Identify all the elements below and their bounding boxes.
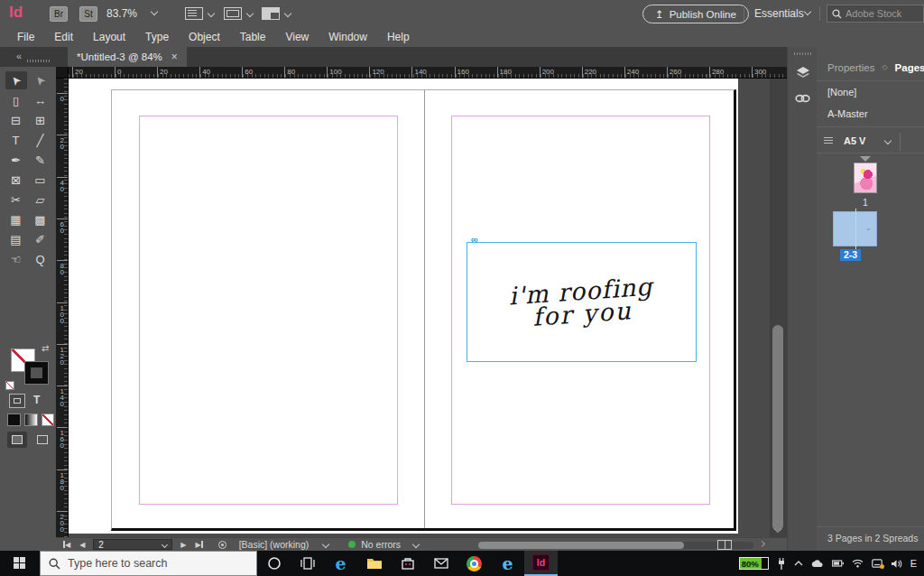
free-transform-tool[interactable]: ▱ <box>30 190 51 209</box>
menu-help[interactable]: Help <box>377 28 420 46</box>
mail-button[interactable] <box>424 551 457 576</box>
menu-type[interactable]: Type <box>135 28 179 46</box>
taskbar-search-box[interactable]: Type here to search <box>40 551 257 576</box>
preflight-profile-caret-icon[interactable] <box>322 541 329 548</box>
master-none-item[interactable]: [None] <box>827 87 856 98</box>
screen-mode-icon[interactable] <box>224 7 242 20</box>
stroke-swatch-black[interactable] <box>24 361 49 385</box>
stock-button[interactable]: St <box>79 6 97 22</box>
menu-edit[interactable]: Edit <box>44 28 83 46</box>
menu-view[interactable]: View <box>275 28 319 46</box>
content-placer-tool[interactable]: ⊞ <box>30 111 51 129</box>
menu-window[interactable]: Window <box>319 28 377 46</box>
gradient-feather-tool[interactable]: ▩ <box>30 210 51 228</box>
tray-expand-icon[interactable] <box>794 561 803 566</box>
tools-grip-handle[interactable] <box>27 60 51 62</box>
direct-selection-tool[interactable]: ➤ <box>30 71 51 89</box>
zoom-level-value[interactable]: 83.7% <box>106 7 137 20</box>
page-size-label[interactable]: A5 V <box>844 135 865 146</box>
arrange-documents-icon[interactable] <box>262 7 280 20</box>
size-row-grip-icon[interactable] <box>824 137 833 145</box>
workspace-switcher[interactable]: Essentials <box>754 7 804 20</box>
default-fill-stroke-icon[interactable] <box>5 381 14 390</box>
formatting-affects-text-button[interactable]: T <box>33 394 40 406</box>
page-tool[interactable]: ▯ <box>5 91 27 109</box>
close-tab-icon[interactable]: × <box>171 51 178 63</box>
previous-page-button[interactable]: ◀ <box>79 541 85 549</box>
usb-plug-icon[interactable] <box>777 558 786 570</box>
pen-tool[interactable]: ✒ <box>5 151 27 169</box>
last-page-button[interactable]: ▶ <box>195 541 202 549</box>
apply-gradient-button[interactable] <box>24 413 38 426</box>
menu-file[interactable]: File <box>7 28 44 46</box>
apply-color-button[interactable] <box>7 413 21 426</box>
internet-explorer-button[interactable]: e <box>491 551 524 576</box>
publish-online-button[interactable]: ↥ Publish Online <box>642 5 749 23</box>
view-options-caret-icon[interactable] <box>208 10 215 17</box>
chrome-button[interactable] <box>457 551 491 576</box>
vertical-scrollbar[interactable] <box>770 79 787 537</box>
document-tab[interactable]: *Untitled-3 @ 84% × <box>68 47 187 67</box>
battery-tray-icon[interactable] <box>832 560 844 567</box>
errors-label[interactable]: No errors <box>361 539 401 550</box>
note-tool[interactable]: ▤ <box>5 230 27 248</box>
language-indicator[interactable]: E <box>910 558 919 569</box>
page-size-caret-icon[interactable] <box>884 137 892 144</box>
screen-mode-caret-icon[interactable] <box>246 10 254 17</box>
rectangle-tool[interactable]: ▭ <box>30 171 51 189</box>
horizontal-scrollbar-thumb[interactable] <box>478 542 684 549</box>
scroll-right-icon[interactable] <box>759 541 765 547</box>
errors-caret-icon[interactable] <box>412 541 420 548</box>
task-view-button[interactable] <box>291 551 324 576</box>
page-number-caret-icon[interactable] <box>162 541 168 547</box>
selection-tool[interactable]: ➤ <box>5 71 27 89</box>
vertical-ruler[interactable]: 02 04 06 08 01 0 01 2 01 4 01 6 01 8 02 … <box>56 79 69 537</box>
menu-table[interactable]: Table <box>230 28 276 46</box>
line-tool[interactable]: ╱ <box>30 131 51 149</box>
page-number-field[interactable]: 2 <box>93 539 172 550</box>
cortana-button[interactable] <box>257 551 291 576</box>
page-spread[interactable]: ∞ i'm roofing for you <box>111 89 736 531</box>
tools-collapse-icon[interactable]: « <box>16 51 22 61</box>
preview-mode-button[interactable] <box>32 432 52 448</box>
selected-image-frame[interactable]: ∞ i'm roofing for you <box>467 242 697 362</box>
content-collector-tool[interactable]: ⊟ <box>5 111 27 129</box>
tab-properties[interactable]: Properties <box>827 62 874 73</box>
store-button[interactable] <box>391 551 424 576</box>
gradient-swatch-tool[interactable]: ▦ <box>5 210 27 228</box>
volume-icon[interactable] <box>891 559 902 569</box>
formatting-affects-container-button[interactable] <box>9 394 25 408</box>
next-page-button[interactable]: ▶ <box>180 541 186 549</box>
first-page-button[interactable]: ◀ <box>63 541 70 549</box>
wifi-icon[interactable] <box>852 559 864 568</box>
bridge-button[interactable]: Br <box>50 6 68 22</box>
edge-button[interactable]: e <box>324 551 357 576</box>
pencil-tool[interactable]: ✎ <box>30 151 51 169</box>
document-canvas[interactable]: ∞ i'm roofing for you <box>69 79 770 537</box>
spread-view-icon[interactable] <box>717 540 732 550</box>
notification-app-icon[interactable] <box>872 559 882 568</box>
horizontal-ruler[interactable]: 2002040608010012014016018020022024026028… <box>69 67 787 79</box>
vertical-scrollbar-thumb[interactable] <box>772 325 783 531</box>
zoom-level-caret-icon[interactable] <box>151 8 158 15</box>
preflight-menu-icon[interactable] <box>218 541 226 549</box>
frame-tool[interactable]: ⊠ <box>5 171 27 189</box>
layers-panel-icon[interactable] <box>794 63 811 80</box>
start-button[interactable] <box>0 551 40 576</box>
menu-layout[interactable]: Layout <box>83 28 135 46</box>
tab-pages[interactable]: Pages <box>895 62 924 73</box>
gap-tool[interactable]: ↔ <box>30 91 51 109</box>
menu-object[interactable]: Object <box>179 28 230 46</box>
links-panel-icon[interactable] <box>794 89 811 107</box>
file-explorer-button[interactable] <box>357 551 391 576</box>
apply-none-button[interactable] <box>42 413 54 426</box>
adobe-stock-search[interactable]: Adobe Stock <box>827 5 924 23</box>
panel-strip-grip[interactable] <box>794 52 811 55</box>
onedrive-cloud-icon[interactable] <box>811 560 824 568</box>
view-options-icon[interactable] <box>185 7 203 20</box>
normal-view-mode-button[interactable] <box>7 432 27 448</box>
zoom-tool[interactable]: Q <box>30 250 51 268</box>
master-a-item[interactable]: A-Master <box>827 108 868 119</box>
workspace-caret-icon[interactable] <box>804 8 811 15</box>
type-tool[interactable]: T <box>5 131 27 149</box>
